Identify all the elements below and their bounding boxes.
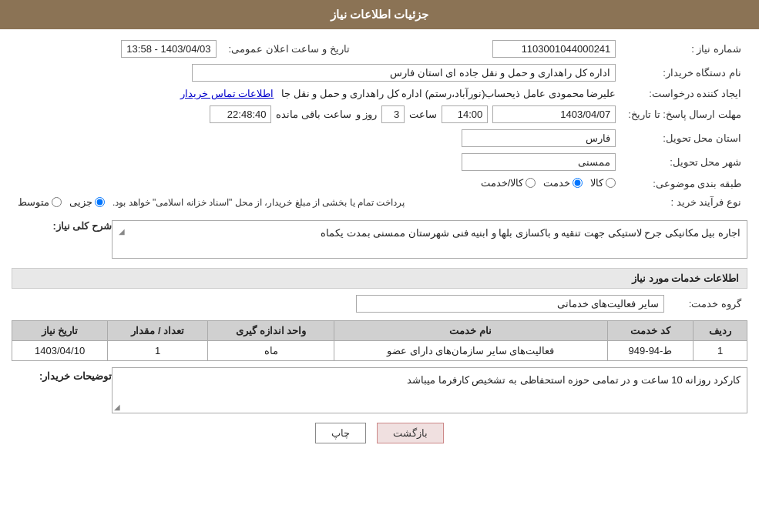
description-value: اجاره بیل مکانیکی جرح لاستیکی جهت تنقیه … <box>112 220 747 259</box>
deadline-remaining-label: ساعت باقی مانده <box>276 109 351 120</box>
page-header: جزئیات اطلاعات نیاز <box>0 0 759 29</box>
col-header-name: نام خدمت <box>334 321 607 341</box>
category-option-kala[interactable]: کالا <box>590 177 616 189</box>
process-note: پرداخت تمام یا بخشی از مبلغ خریدار، از م… <box>113 197 405 208</box>
announce-date-value: 1403/04/03 - 13:58 <box>121 40 216 58</box>
deadline-date-value: 1403/04/07 <box>492 105 616 123</box>
deadline-remaining-value: 22:48:40 <box>210 105 271 123</box>
table-row: 1 ط-94-949 فعالیت‌های سایر سازمان‌های دا… <box>12 341 747 361</box>
page-title: جزئیات اطلاعات نیاز <box>331 8 428 21</box>
category-label-kala-khedmat: کالا/خدمت <box>481 177 524 189</box>
print-button[interactable]: چاپ <box>315 423 366 443</box>
process-radio-jozi[interactable] <box>95 197 105 207</box>
buyer-org-label: نام دستگاه خریدار: <box>622 61 747 85</box>
process-radio-motavaset[interactable] <box>52 197 62 207</box>
need-number-label: شماره نیاز : <box>622 37 747 61</box>
deadline-day-label: روز و <box>356 109 378 120</box>
cell-quantity: 1 <box>108 341 208 361</box>
process-label-jozi: جزیی <box>69 196 92 208</box>
cell-service-name: فعالیت‌های سایر سازمان‌های دارای عضو <box>334 341 607 361</box>
category-label-kala: کالا <box>590 177 603 189</box>
creator-value: علیرضا محمودی عامل ذیحساب(نورآباد،رستم) … <box>281 88 616 99</box>
buyer-notes-value: کارکرد روزانه 10 ساعت و در تمامی حوزه اس… <box>112 367 747 413</box>
description-label: شرح کلی نیاز: <box>49 220 112 232</box>
category-label: طبقه بندی موضوعی: <box>622 174 747 193</box>
province-label: استان محل تحویل: <box>622 126 747 150</box>
services-table: ردیف کد خدمت نام خدمت واحد اندازه گیری ت… <box>12 320 747 361</box>
service-group-label: گروه خدمت: <box>670 292 747 316</box>
cell-unit: ماه <box>208 341 334 361</box>
creator-label: ایجاد کننده درخواست: <box>622 85 747 102</box>
deadline-days-value: 3 <box>381 105 405 123</box>
category-radio-kala-khedmat[interactable] <box>526 178 536 188</box>
announce-date-label: تاریخ و ساعت اعلان عمومی: <box>223 37 356 61</box>
process-option-motavaset[interactable]: متوسط <box>18 196 62 208</box>
buyer-notes-label: توضیحات خریدار: <box>39 370 112 382</box>
buttons-row: بازگشت چاپ <box>12 423 747 443</box>
deadline-time-label: ساعت <box>409 109 437 120</box>
city-value: ممسنی <box>462 153 616 171</box>
city-label: شهر محل تحویل: <box>622 150 747 174</box>
process-label: نوع فرآیند خرید : <box>622 193 747 211</box>
need-number-value: 1103001044000241 <box>492 40 616 58</box>
service-group-value: سایر فعالیت‌های خدماتی <box>356 295 664 313</box>
deadline-time-value: 14:00 <box>442 105 488 123</box>
col-header-date: تاریخ نیاز <box>12 321 108 341</box>
deadline-label: مهلت ارسال پاسخ: تا تاریخ: <box>622 102 747 126</box>
process-radio-group: متوسط جزیی <box>18 196 105 208</box>
col-header-code: کد خدمت <box>607 321 694 341</box>
process-label-motavaset: متوسط <box>18 196 49 208</box>
category-radio-group: کالا/خدمت خدمت کالا <box>481 177 616 189</box>
col-header-unit: واحد اندازه گیری <box>208 321 334 341</box>
creator-link[interactable]: اطلاعات تماس خریدار <box>180 88 274 99</box>
resize-icon: ◢ <box>114 403 120 411</box>
cell-service-code: ط-94-949 <box>607 341 694 361</box>
category-option-kala-khedmat[interactable]: کالا/خدمت <box>481 177 536 189</box>
category-radio-khedmat[interactable] <box>573 178 583 188</box>
category-option-khedmat[interactable]: خدمت <box>543 177 583 189</box>
col-header-row: ردیف <box>694 321 747 341</box>
province-value: فارس <box>462 129 616 147</box>
buyer-org-value: اداره کل راهداری و حمل و نقل جاده ای است… <box>192 64 616 82</box>
col-header-qty: تعداد / مقدار <box>108 321 208 341</box>
cell-row-num: 1 <box>694 341 747 361</box>
cell-date: 1403/04/10 <box>12 341 108 361</box>
category-label-khedmat: خدمت <box>543 177 570 189</box>
process-option-jozi[interactable]: جزیی <box>69 196 105 208</box>
category-radio-kala[interactable] <box>606 178 616 188</box>
back-button[interactable]: بازگشت <box>377 423 444 443</box>
services-section-header: اطلاعات خدمات مورد نیاز <box>12 268 747 289</box>
